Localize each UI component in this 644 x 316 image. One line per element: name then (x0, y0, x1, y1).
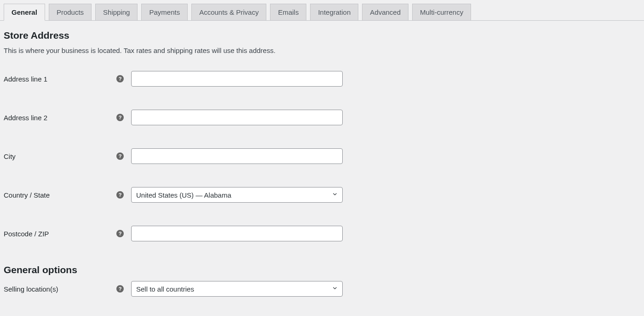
select-selling-locations[interactable]: Sell to all countries (131, 281, 343, 297)
select-country-state[interactable]: United States (US) — Alabama (131, 187, 343, 203)
tab-payments[interactable]: Payments (141, 4, 188, 20)
help-icon[interactable]: ? (116, 152, 124, 160)
general-options-heading: General options (4, 264, 640, 275)
tab-products[interactable]: Products (49, 4, 92, 20)
row-city: City ? (4, 148, 640, 164)
tab-accounts-privacy[interactable]: Accounts & Privacy (191, 4, 266, 20)
select-country-state-value: United States (US) — Alabama (131, 187, 343, 203)
row-address2: Address line 2 ? (4, 110, 640, 125)
label-selling-locations: Selling location(s) (4, 285, 116, 293)
input-address1[interactable] (131, 71, 343, 87)
row-selling-locations: Selling location(s) ? Sell to all countr… (4, 281, 640, 297)
tab-advanced[interactable]: Advanced (362, 4, 408, 20)
label-address2: Address line 2 (4, 114, 116, 122)
label-city: City (4, 152, 116, 160)
tab-general[interactable]: General (4, 4, 45, 21)
settings-tabs: General Products Shipping Payments Accou… (0, 0, 644, 21)
settings-content: Store Address This is where your busines… (0, 21, 644, 316)
label-address1: Address line 1 (4, 75, 116, 83)
input-city[interactable] (131, 148, 343, 164)
select-selling-locations-value: Sell to all countries (131, 281, 343, 297)
tab-multi-currency[interactable]: Multi-currency (412, 4, 471, 20)
store-address-description: This is where your business is located. … (4, 47, 640, 54)
store-address-heading: Store Address (4, 30, 640, 41)
row-postcode: Postcode / ZIP ? (4, 226, 640, 241)
tab-shipping[interactable]: Shipping (95, 4, 138, 20)
input-address2[interactable] (131, 110, 343, 125)
input-postcode[interactable] (131, 226, 343, 241)
row-country-state: Country / State ? United States (US) — A… (4, 187, 640, 203)
label-postcode: Postcode / ZIP (4, 230, 116, 238)
help-icon[interactable]: ? (116, 75, 124, 82)
row-address1: Address line 1 ? (4, 71, 640, 87)
help-icon[interactable]: ? (116, 114, 124, 121)
label-country-state: Country / State (4, 191, 116, 199)
help-icon[interactable]: ? (116, 191, 124, 199)
help-icon[interactable]: ? (116, 285, 124, 293)
tab-integration[interactable]: Integration (310, 4, 358, 20)
help-icon[interactable]: ? (116, 230, 124, 237)
tab-emails[interactable]: Emails (270, 4, 306, 20)
